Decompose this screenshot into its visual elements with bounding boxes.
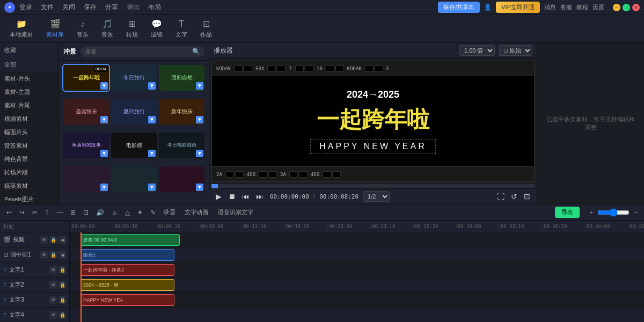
sidebar-item-转场片段[interactable]: 转场片段 <box>0 166 58 179</box>
menu-file[interactable]: 文件 <box>41 3 54 12</box>
prev-button[interactable]: ⏮ <box>240 191 252 202</box>
tool-local[interactable]: 📁 本地素材 <box>4 17 39 41</box>
split-button[interactable]: — <box>54 208 65 217</box>
tool-filter[interactable]: 💬 滤镜 <box>145 17 168 41</box>
track-eye-button[interactable]: 👁 <box>49 266 57 274</box>
tool-material[interactable]: 🎬 素材库 <box>41 17 69 41</box>
track-lock-button[interactable]: 🔒 <box>58 281 66 289</box>
pip-clip[interactable]: 组合1 <box>80 249 174 261</box>
material-add-button[interactable]: ▼ <box>148 150 156 157</box>
play-button[interactable]: ▶ <box>214 191 224 202</box>
fraction-select[interactable]: 1/2 <box>363 191 390 202</box>
list-item[interactable]: 圣诞快乐 ▼ <box>63 99 109 125</box>
vip-avatar[interactable]: 👤 <box>484 4 492 11</box>
list-item[interactable]: 冬日电影感画 ▼ <box>159 133 204 158</box>
settings-link[interactable]: 设置 <box>592 3 604 11</box>
track-eye-button[interactable]: 👁 <box>49 296 57 304</box>
export-button[interactable]: 导出 <box>555 207 580 218</box>
save-share-button[interactable]: 保存/共享出 <box>438 2 480 13</box>
tl-zoom-in[interactable]: + <box>587 208 595 217</box>
material-add-button[interactable]: ▼ <box>196 150 203 157</box>
next-button[interactable]: ⏭ <box>254 191 266 202</box>
video-clip[interactable]: 胶卷 00:00:04.0 <box>80 234 180 246</box>
track-lock-button[interactable]: 🔒 <box>58 311 66 319</box>
material-add-button[interactable]: ▼ <box>196 82 203 90</box>
sidebar-item-纯色背景[interactable]: 纯色背景 <box>0 152 58 166</box>
tool-music[interactable]: ♪ 音乐 <box>71 17 94 41</box>
msg-link[interactable]: 消息 <box>544 3 556 11</box>
sidebar-item-pexels[interactable]: Pexels图片 <box>0 193 58 204</box>
material-add-button[interactable]: ▼ <box>100 184 108 191</box>
sidebar-item-材料片头[interactable]: 素材-片头 <box>0 72 58 85</box>
track-prev-button[interactable]: ◀ <box>58 251 66 259</box>
track-eye-button[interactable]: 👁 <box>49 281 57 289</box>
list-item[interactable]: 一起跨年啦 00:04 ▼ <box>63 65 109 91</box>
star-button[interactable]: ✦ <box>135 208 145 217</box>
track-prev-button[interactable]: ◀ <box>58 236 66 244</box>
tool-transition[interactable]: ⊞ 转场 <box>121 17 143 41</box>
sidebar-item-素材主题[interactable]: 素材-主题 <box>0 85 58 99</box>
rotate-button[interactable]: ↺ <box>509 191 519 202</box>
material-add-button[interactable]: ▼ <box>100 82 108 90</box>
tool-audio[interactable]: 🎵 音效 <box>96 17 119 41</box>
fit-select[interactable]: □ 原始 <box>499 45 532 56</box>
menu-login[interactable]: 登录 <box>19 3 32 12</box>
maximize-button[interactable]: □ <box>623 4 630 11</box>
list-item[interactable]: 角落里的故事 ▼ <box>63 133 109 158</box>
tool-text[interactable]: T 文字 <box>170 17 193 41</box>
text3-clip[interactable]: HAPPY NEW YEA <box>80 294 174 306</box>
list-item[interactable]: ▼ <box>63 166 109 192</box>
brightness-button[interactable]: ☼ <box>109 208 120 217</box>
track-eye-button[interactable]: 👁 <box>40 251 48 259</box>
crop-button[interactable]: ⊡ <box>522 191 532 202</box>
effects-button[interactable]: △ <box>123 208 132 217</box>
sidebar-item-素材片尾[interactable]: 素材-片尾 <box>0 99 58 112</box>
menu-layout[interactable]: 布局 <box>148 3 161 12</box>
list-item[interactable]: 夏日旅行 ▼ <box>111 99 157 125</box>
material-add-button[interactable]: ▼ <box>148 116 156 123</box>
list-item[interactable]: 回归自然 ▼ <box>159 65 204 91</box>
track-lock-button[interactable]: 🔒 <box>49 236 57 244</box>
search-input[interactable] <box>85 48 192 55</box>
track-eye-button[interactable]: 👁 <box>49 311 57 319</box>
list-item[interactable]: ▼ <box>159 166 204 192</box>
material-add-button[interactable]: ▼ <box>196 184 203 191</box>
material-add-button[interactable]: ▼ <box>100 116 108 123</box>
material-add-button[interactable]: ▼ <box>148 82 156 90</box>
menu-close[interactable]: 关闭 <box>62 3 75 12</box>
tool-works[interactable]: ⊡ 作品 <box>195 17 217 41</box>
text-tool-button[interactable]: T <box>43 208 51 217</box>
text2-clip[interactable]: 2024→2025 - 静 <box>80 279 174 291</box>
edit-button[interactable]: ✎ <box>148 208 158 217</box>
track-lock-button[interactable]: 🔒 <box>58 296 66 304</box>
tl-zoom-out[interactable]: − <box>632 208 640 217</box>
preview-progress-bar[interactable] <box>211 184 535 188</box>
caption-recog-button[interactable]: 语音识别文字 <box>215 208 257 216</box>
redo-button[interactable]: ↪ <box>17 208 27 217</box>
track-eye-button[interactable]: 👁 <box>40 236 48 244</box>
menu-save[interactable]: 保存 <box>84 3 97 12</box>
undo-button[interactable]: ↩ <box>4 208 14 217</box>
list-item[interactable]: 冬日旅行 ▼ <box>111 65 157 91</box>
tl-zoom-slider[interactable] <box>597 208 630 217</box>
text-anim-button[interactable]: 文字动画 <box>181 208 211 216</box>
customer-service-link[interactable]: 客服 <box>560 3 572 11</box>
fullscreen-button[interactable]: ⛶ <box>495 191 507 202</box>
list-item[interactable]: 新年快乐 ▼ <box>159 99 204 125</box>
grid-button[interactable]: ⊞ <box>68 208 78 217</box>
minimize-button[interactable]: − <box>613 4 620 11</box>
material-add-button[interactable]: ▼ <box>100 150 108 157</box>
list-item[interactable]: 电影感 ▼ <box>111 133 157 158</box>
sidebar-item-视频素材[interactable]: 视频素材 <box>0 112 58 126</box>
zoom-select[interactable]: 1.00 倍 <box>459 45 495 56</box>
material-add-button[interactable]: ▼ <box>196 116 203 123</box>
track-lock-button[interactable]: 🔒 <box>58 266 66 274</box>
close-button[interactable]: ✕ <box>632 4 640 11</box>
audio-tl-button[interactable]: 🔊 <box>94 208 106 217</box>
stop-button[interactable]: ⏹ <box>226 191 238 202</box>
sidebar-item-搞笑素材[interactable]: 搞笑素材 <box>0 179 58 193</box>
track-lock-button[interactable]: 🔒 <box>49 251 57 259</box>
menu-export[interactable]: 导出 <box>127 3 140 12</box>
search-box[interactable]: 🔍 <box>80 46 204 57</box>
sidebar-item-幅面片头[interactable]: 幅面片头 <box>0 126 58 139</box>
